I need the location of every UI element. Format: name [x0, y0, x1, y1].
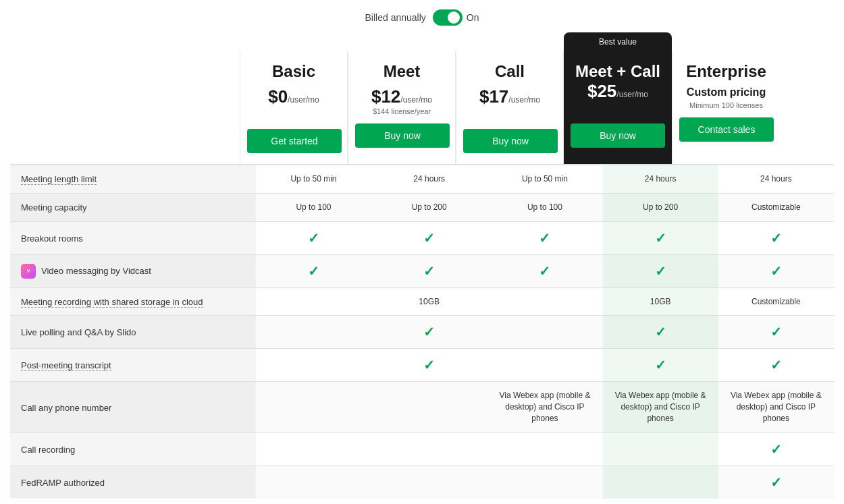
- basic-cta-button[interactable]: Get started: [247, 129, 342, 153]
- feature-label-cell: Post-meeting transcript: [10, 349, 256, 382]
- call-value-cell: ✓: [487, 221, 602, 254]
- enterprise-cta-button[interactable]: Contact sales: [679, 117, 774, 142]
- meet-value-cell: [371, 466, 487, 499]
- call-value-cell: [487, 432, 602, 466]
- call-value-cell: Via Webex app (mobile & desktop) and Cis…: [487, 382, 602, 432]
- cell-text: 24 hours: [645, 174, 677, 184]
- meetcall-value-cell: [603, 466, 718, 499]
- feature-name: Meeting recording with shared storage in…: [21, 297, 203, 308]
- meetcall-value-cell: Via Webex app (mobile & desktop) and Cis…: [603, 382, 718, 432]
- billing-toggle-bar: Billed annually On: [0, 0, 844, 32]
- feature-label-cell: FedRAMP authorized: [10, 466, 256, 499]
- check-icon: ✓: [770, 442, 782, 457]
- meetcall-value-cell: ✓: [603, 316, 718, 349]
- enterprise-value-cell: ✓: [718, 316, 834, 349]
- call-cta-button[interactable]: Buy now: [463, 129, 558, 153]
- basic-value-cell: [256, 349, 371, 382]
- call-plan-price: $17/user/mo: [463, 86, 556, 107]
- feature-name: Video messaging by Vidcast: [41, 266, 151, 276]
- call-value-cell: Up to 50 min: [487, 165, 602, 194]
- features-table: Meeting length limitUp to 50 min24 hours…: [10, 165, 834, 499]
- call-value-cell: [487, 466, 602, 499]
- enterprise-value-cell: Customizable: [718, 193, 834, 221]
- check-icon: ✓: [423, 358, 435, 372]
- billing-toggle-container: On: [433, 9, 479, 26]
- meet-plan-name: Meet: [355, 62, 448, 81]
- cell-text: Customizable: [751, 202, 801, 212]
- features-col-header: [10, 51, 240, 164]
- cell-text: 24 hours: [760, 174, 792, 184]
- meetcall-value-cell: 10GB: [603, 287, 718, 316]
- meetcall-plan-name: Meet + Call: [571, 62, 665, 81]
- check-icon: ✓: [770, 475, 782, 490]
- call-value-cell: Up to 100: [487, 193, 602, 221]
- toggle-on-label: On: [467, 12, 479, 23]
- check-icon: ✓: [308, 264, 319, 279]
- feature-name: Call any phone number: [21, 403, 111, 413]
- cell-text: Up to 200: [643, 202, 678, 212]
- feature-name: Meeting length limit: [21, 174, 97, 185]
- feature-name: Breakout rooms: [21, 233, 83, 244]
- check-icon: ✓: [423, 325, 435, 339]
- meet-value-cell: ✓: [371, 254, 487, 287]
- basic-value-cell: [256, 316, 371, 349]
- enterprise-header-spacer: [672, 32, 780, 51]
- enterprise-value-cell: ✓: [718, 432, 834, 466]
- features-header-spacer: [10, 32, 240, 51]
- billed-annually-label: Billed annually: [365, 12, 426, 23]
- meetcall-plan-price: $25/user/mo: [571, 81, 665, 102]
- feature-name: Call recording: [21, 445, 75, 455]
- feature-label-cell: Call any phone number: [10, 382, 256, 432]
- feature-name: Meeting capacity: [21, 202, 87, 213]
- basic-value-cell: [256, 432, 371, 466]
- enterprise-value-cell: ✓: [718, 254, 834, 287]
- call-value-cell: ✓: [487, 254, 602, 287]
- feature-label-cell: Meeting recording with shared storage in…: [10, 287, 256, 316]
- check-icon: ✓: [770, 325, 782, 339]
- feature-name: Live polling and Q&A by Slido: [21, 327, 136, 337]
- meetcall-value-cell: 24 hours: [603, 165, 718, 194]
- call-header-spacer: [456, 32, 564, 51]
- call-value-cell: [487, 287, 602, 316]
- meet-plan-sublabel: $144 license/year: [355, 107, 448, 115]
- call-plan-header: Call $17/user/mo Buy now: [456, 51, 564, 164]
- meet-cta-button[interactable]: Buy now: [355, 123, 450, 148]
- enterprise-value-cell: ✓: [718, 466, 834, 499]
- meet-value-cell: ✓: [371, 349, 487, 382]
- cell-text: 10GB: [419, 297, 440, 306]
- cell-text: Up to 200: [412, 202, 447, 212]
- meetcall-cta-button[interactable]: Buy now: [571, 123, 665, 148]
- meet-plan-price: $12/user/mo: [355, 86, 448, 107]
- billing-toggle[interactable]: [433, 9, 463, 26]
- enterprise-value-cell: 24 hours: [718, 165, 834, 194]
- cell-text: 10GB: [650, 297, 671, 306]
- feature-label-cell: Meeting length limit: [10, 165, 256, 194]
- meetcall-best-value: Best value: [564, 32, 672, 51]
- cell-text: Customizable: [751, 297, 801, 306]
- meetcall-value-cell: Up to 200: [603, 193, 718, 221]
- enterprise-custom-pricing: Custom pricing: [679, 86, 773, 99]
- feature-name: FedRAMP authorized: [21, 478, 105, 488]
- basic-value-cell: [256, 287, 371, 316]
- basic-value-cell: ✓: [256, 254, 371, 287]
- cell-text: 24 hours: [413, 174, 445, 184]
- check-icon: ✓: [655, 231, 666, 246]
- cell-text: Up to 100: [527, 202, 562, 212]
- call-value-cell: [487, 316, 602, 349]
- check-icon: ✓: [539, 231, 550, 246]
- cell-text: Via Webex app (mobile & desktop) and Cis…: [615, 391, 706, 423]
- feature-label-cell: V Video messaging by Vidcast: [10, 254, 256, 287]
- meet-value-cell: ✓: [371, 316, 487, 349]
- meet-header-spacer: [348, 32, 456, 51]
- feature-label-cell: Meeting capacity: [10, 193, 256, 221]
- check-icon: ✓: [655, 264, 666, 279]
- basic-plan-price: $0/user/mo: [247, 86, 340, 107]
- meetcall-value-cell: ✓: [603, 221, 718, 254]
- meet-value-cell: 24 hours: [371, 165, 487, 194]
- check-icon: ✓: [308, 231, 319, 246]
- enterprise-value-cell: ✓: [718, 221, 834, 254]
- enterprise-value-cell: Via Webex app (mobile & desktop) and Cis…: [718, 382, 834, 432]
- basic-value-cell: Up to 100: [256, 193, 371, 221]
- cell-text: Up to 100: [296, 202, 331, 212]
- feature-label-cell: Breakout rooms: [10, 221, 256, 254]
